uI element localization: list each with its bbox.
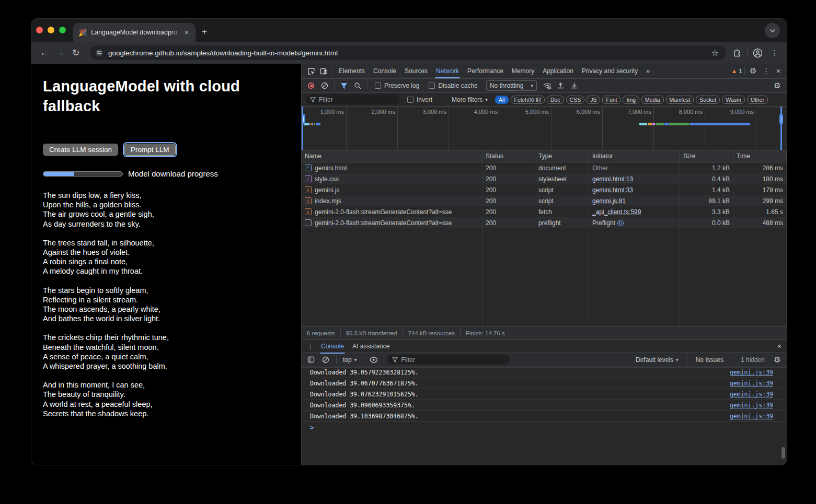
poem-line: And in this moment, I can see, [43,380,290,390]
devtools-close-icon[interactable]: × [773,67,784,75]
network-conditions-icon[interactable] [541,80,554,91]
initiator-link[interactable]: gemini.html:13 [592,175,633,183]
tab-sources[interactable]: Sources [400,64,432,78]
console-source-link[interactable]: gemini.js:39 [730,413,773,420]
tab-close-icon[interactable]: × [183,28,190,37]
create-llm-session-button[interactable]: Create LLM session [43,144,118,156]
column-header-type[interactable]: Type [535,150,589,162]
more-filters-dropdown[interactable]: More filters ▾ [452,96,488,103]
console-source-link[interactable]: gemini.js:39 [730,380,773,387]
console-scrollbar-thumb[interactable] [781,447,785,459]
invert-checkbox[interactable]: Invert [407,96,432,103]
device-toolbar-icon[interactable] [317,65,330,77]
network-filter-input[interactable]: Filter [306,95,400,104]
tab-memory[interactable]: Memory [508,64,538,78]
clear-network-log-icon[interactable] [318,80,331,91]
export-har-icon[interactable] [568,80,581,91]
request-row[interactable]: gemini-2.0-flash:streamGenerateContent?a… [302,217,787,228]
throttling-select[interactable]: No throttling ▾ [486,80,537,91]
devtools-menu-icon[interactable]: ⋮ [760,67,773,75]
preserve-log-checkbox[interactable]: Preserve log [375,82,419,89]
tab-ai-assistance[interactable]: AI assistance [348,339,394,354]
overview-right-handle[interactable] [780,107,782,150]
column-header-status[interactable]: Status [482,150,535,162]
request-row[interactable]: index.mjs200scriptgemini.js:8189.1 kB299… [302,195,787,206]
chip-img[interactable]: Img [623,96,639,104]
requests-table-header: NameStatusTypeInitiatorSizeTime [302,150,787,162]
browser-menu-icon[interactable]: ⋮ [768,49,781,57]
overview-left-handle[interactable] [302,107,303,150]
chip-other[interactable]: Other [747,96,768,104]
prompt-llm-button[interactable]: Prompt LLM [124,144,176,156]
execution-context-select[interactable]: top ▾ [343,356,357,364]
forward-button[interactable]: → [52,45,68,61]
close-window-button[interactable] [36,27,43,33]
zoom-window-button[interactable] [59,27,66,33]
request-row[interactable]: style.css200stylesheetgemini.html:130.4 … [302,173,787,184]
initiator-link[interactable]: _api_client.ts:599 [592,208,641,216]
request-row[interactable]: gemini.html200documentOther1.2 kB286 ms [302,162,787,173]
network-overview[interactable]: 1,000 ms2,000 ms3,000 ms4,000 ms5,000 ms… [302,107,787,150]
console-source-link[interactable]: gemini.js:39 [730,369,773,376]
record-network-log-button[interactable] [308,83,314,89]
chip-doc[interactable]: Doc [547,96,564,104]
profile-avatar-icon[interactable] [753,48,763,58]
clear-console-icon[interactable] [319,354,332,366]
tab-privacy-and-security[interactable]: Privacy and security [578,64,642,78]
request-row[interactable]: gemini-2.0-flash:streamGenerateContent?a… [302,206,787,217]
console-source-link[interactable]: gemini.js:39 [730,402,773,409]
filter-toggle-icon[interactable] [338,80,350,91]
drawer-menu-icon[interactable]: ⋮ [304,342,317,350]
search-icon[interactable] [351,80,364,91]
chip-font[interactable]: Font [602,96,620,104]
initiator-link[interactable]: gemini.js:81 [592,197,626,205]
minimize-window-button[interactable] [48,27,54,33]
issues-counter[interactable]: ▲ 1 [731,67,742,75]
bookmark-star-icon[interactable]: ☆ [709,48,721,58]
chip-css[interactable]: CSS [566,96,585,104]
tab-performance[interactable]: Performance [463,64,508,78]
column-header-name[interactable]: Name [302,150,482,162]
issues-status[interactable]: No Issues [692,356,728,364]
chip-media[interactable]: Media [641,96,664,104]
preflight-request-icon[interactable]: ↻ [617,220,624,226]
more-tabs-button[interactable]: » [642,64,654,78]
tab-search-button[interactable] [765,23,780,38]
console-sidebar-icon[interactable] [305,354,317,366]
disable-cache-checkbox[interactable]: Disable cache [429,82,477,89]
console-filter-input[interactable]: Filter [387,355,509,365]
reload-button[interactable]: ↻ [68,45,84,61]
chip-all[interactable]: All [495,96,509,104]
back-button[interactable]: ← [37,45,52,61]
log-levels-dropdown[interactable]: Default levels ▾ [631,356,683,364]
tab-network[interactable]: Network [432,64,463,78]
drawer-close-icon[interactable]: × [774,342,785,350]
console-source-link[interactable]: gemini.js:39 [730,391,773,398]
console-settings-icon[interactable]: ⚙ [771,354,784,366]
live-expression-eye-icon[interactable] [367,354,380,366]
console-prompt[interactable]: > [302,422,787,433]
initiator-link[interactable]: gemini.html:33 [592,186,633,194]
new-tab-button[interactable]: + [202,27,207,36]
import-har-icon[interactable] [555,80,567,91]
chip-fetch-xhr[interactable]: Fetch/XHR [511,96,545,104]
tab-elements[interactable]: Elements [335,64,369,78]
chip-manifest[interactable]: Manifest [666,96,694,104]
column-header-time[interactable]: Time [733,150,787,162]
inspect-element-icon[interactable] [305,65,317,77]
chip-socket[interactable]: Socket [696,96,720,104]
column-header-initiator[interactable]: Initiator [589,150,680,162]
column-header-size[interactable]: Size [680,150,733,162]
network-settings-icon[interactable]: ⚙ [771,80,784,91]
url-bar[interactable]: googlechrome.github.io/samples/downloadi… [90,45,726,60]
devtools-settings-icon[interactable]: ⚙ [747,65,760,77]
extensions-icon[interactable] [732,48,742,57]
site-settings-icon[interactable] [95,49,104,57]
request-row[interactable]: gemini.js200scriptgemini.html:331.4 kB17… [302,184,787,195]
tab-console[interactable]: Console [369,64,400,78]
tab-application[interactable]: Application [538,64,578,78]
chip-wasm[interactable]: Wasm [722,96,744,104]
chip-js[interactable]: JS [587,96,600,104]
browser-tab[interactable]: 🎉 LanguageModel downloadpro × [73,23,196,42]
tab-console[interactable]: Console [317,339,348,354]
